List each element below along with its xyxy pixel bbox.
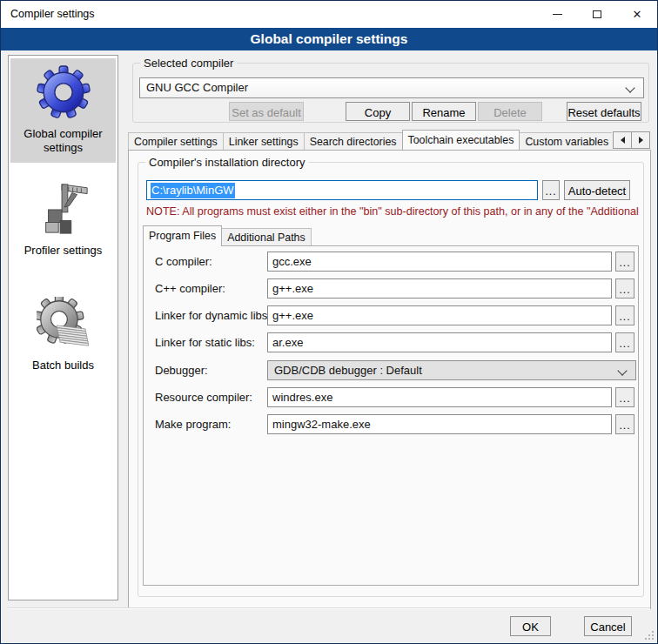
program-files-tabbar: Program Files Additional Paths — [143, 226, 311, 246]
tab-scroll-right-button[interactable] — [631, 131, 650, 149]
footer-separator — [8, 607, 650, 609]
debugger-select[interactable]: GDB/CDB debugger : Default — [267, 360, 636, 380]
maximize-icon — [593, 10, 601, 18]
field-label: C++ compiler: — [155, 282, 225, 295]
field-value: g++.exe — [272, 309, 313, 322]
sidebar-item-label: Profiler settings — [12, 244, 114, 258]
copy-button[interactable]: Copy — [346, 102, 410, 121]
field-row-resource-compiler: Resource compiler: windres.exe ... — [144, 387, 638, 407]
field-row-make-program: Make program: mingw32-make.exe ... — [144, 414, 638, 434]
linker-dynamic-browse-button[interactable]: ... — [615, 305, 634, 325]
field-value: windres.exe — [272, 391, 332, 404]
field-row-cpp-compiler: C++ compiler: g++.exe ... — [144, 278, 638, 299]
field-value: GDB/CDB debugger : Default — [274, 364, 422, 377]
ok-button[interactable]: OK — [510, 616, 551, 636]
field-label: Linker for static libs: — [155, 336, 255, 349]
linker-static-input[interactable]: ar.exe — [267, 332, 612, 352]
field-row-linker-static: Linker for static libs: ar.exe ... — [144, 332, 638, 352]
field-row-debugger: Debugger: GDB/CDB debugger : Default — [144, 360, 638, 380]
minimize-icon — [553, 14, 562, 15]
minimize-button[interactable] — [537, 1, 577, 28]
c-compiler-browse-button[interactable]: ... — [615, 252, 634, 272]
gray-gear-stack-icon — [37, 297, 91, 351]
make-program-input[interactable]: mingw32-make.exe — [267, 414, 612, 434]
tab-scroll-left-button[interactable] — [613, 131, 632, 149]
field-label: Linker for dynamic libs: — [155, 309, 271, 322]
sidebar-item-profiler-settings[interactable]: Profiler settings — [10, 175, 116, 265]
program-files-page: C compiler: gcc.exe ... C++ compiler: g+… — [143, 245, 639, 586]
rename-button[interactable]: Rename — [412, 102, 476, 121]
tab-compiler-settings[interactable]: Compiler settings — [128, 132, 224, 150]
titlebar[interactable]: Compiler settings ✕ — [1, 1, 657, 28]
resource-compiler-browse-button[interactable]: ... — [615, 387, 634, 407]
tab-custom-variables[interactable]: Custom variables — [519, 132, 612, 150]
field-label: Make program: — [155, 418, 231, 431]
settings-sidebar: Global compiler settings — [8, 55, 118, 600]
group-legend: Compiler's installation directory — [145, 156, 309, 169]
compiler-select[interactable]: GNU GCC Compiler — [139, 77, 644, 98]
tab-scroll-arrows — [613, 131, 649, 149]
arrow-right-icon — [639, 137, 643, 144]
main-tabbar: Compiler settings Linker settings Search… — [128, 130, 612, 150]
selected-compiler-group: Selected compiler GNU GCC Compiler Set a… — [132, 63, 649, 123]
group-legend: Selected compiler — [140, 57, 237, 70]
field-value: g++.exe — [272, 282, 313, 295]
caption-buttons: ✕ — [537, 1, 657, 28]
installation-directory-input[interactable]: C:\raylib\MinGW — [146, 180, 538, 200]
field-row-linker-dynamic: Linker for dynamic libs: g++.exe ... — [144, 305, 638, 325]
resource-compiler-input[interactable]: windres.exe — [267, 387, 612, 407]
resize-grip[interactable] — [645, 631, 654, 640]
installation-directory-group: Compiler's installation directory C:\ray… — [138, 162, 644, 597]
set-as-default-button[interactable]: Set as default — [229, 102, 304, 121]
maximize-button[interactable] — [577, 1, 617, 28]
field-value: ar.exe — [272, 336, 303, 349]
note-text: NOTE: All programs must exist either in … — [146, 205, 642, 218]
sidebar-item-global-compiler-settings[interactable]: Global compiler settings — [10, 58, 116, 163]
sidebar-item-label: Global compiler settings — [12, 127, 114, 155]
caliper-icon — [37, 182, 91, 236]
field-row-c-compiler: C compiler: gcc.exe ... — [144, 252, 638, 272]
toolchain-executables-page: Compiler's installation directory C:\ray… — [128, 150, 651, 609]
page-title: Global compiler settings — [251, 31, 408, 47]
subtab-program-files[interactable]: Program Files — [143, 225, 222, 246]
compiler-settings-dialog: Compiler settings ✕ Global compiler sett… — [0, 0, 658, 644]
close-icon: ✕ — [633, 9, 642, 20]
tab-linker-settings[interactable]: Linker settings — [223, 132, 305, 150]
c-compiler-input[interactable]: gcc.exe — [267, 252, 612, 272]
field-label: Debugger: — [155, 364, 208, 377]
linker-static-browse-button[interactable]: ... — [615, 332, 634, 352]
sidebar-item-batch-builds[interactable]: Batch builds — [10, 290, 116, 380]
sidebar-item-label: Batch builds — [12, 359, 114, 372]
close-button[interactable]: ✕ — [617, 1, 657, 28]
arrow-left-icon — [621, 137, 625, 144]
delete-button[interactable]: Delete — [478, 102, 542, 121]
field-value: gcc.exe — [272, 255, 312, 268]
tab-toolchain-executables[interactable]: Toolchain executables — [402, 130, 520, 150]
browse-directory-button[interactable]: ... — [542, 180, 560, 200]
field-label: C compiler: — [155, 255, 212, 268]
tab-search-directories[interactable]: Search directories — [304, 132, 403, 150]
linker-dynamic-input[interactable]: g++.exe — [267, 305, 612, 325]
window-title: Compiler settings — [10, 8, 95, 20]
cancel-button[interactable]: Cancel — [584, 616, 632, 636]
compiler-select-value: GNU GCC Compiler — [146, 81, 248, 94]
field-value: mingw32-make.exe — [272, 418, 371, 431]
reset-defaults-button[interactable]: Reset defaults — [567, 102, 641, 121]
cpp-compiler-browse-button[interactable]: ... — [615, 278, 634, 299]
auto-detect-button[interactable]: Auto-detect — [564, 180, 630, 200]
make-program-browse-button[interactable]: ... — [615, 414, 634, 434]
field-label: Resource compiler: — [155, 391, 252, 404]
blue-gear-icon — [37, 65, 91, 119]
dialog-header: Global compiler settings — [1, 28, 657, 50]
subtab-additional-paths[interactable]: Additional Paths — [221, 228, 312, 246]
selected-text: C:\raylib\MinGW — [151, 183, 235, 198]
cpp-compiler-input[interactable]: g++.exe — [267, 278, 612, 299]
